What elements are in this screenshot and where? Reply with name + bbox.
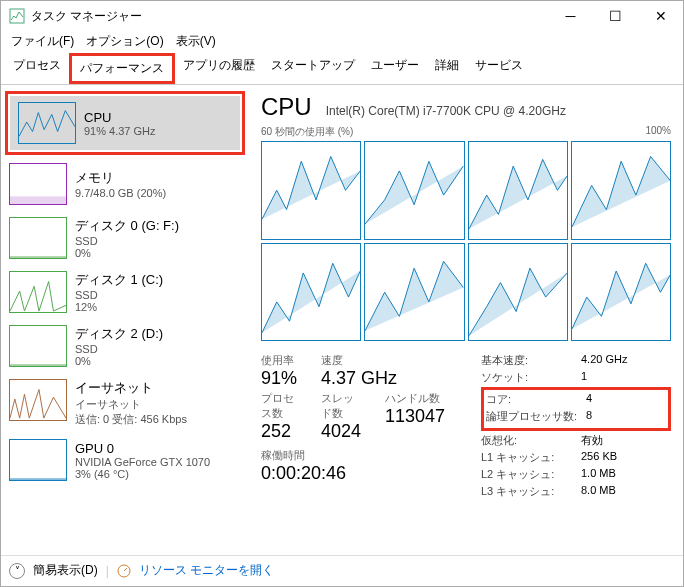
cpu-core-chart (468, 243, 568, 342)
threads-label: スレッド数 (321, 391, 361, 421)
sidebar-item-disk1[interactable]: ディスク 1 (C:) SSD 12% (1, 265, 249, 319)
minimize-button[interactable]: ─ (548, 1, 593, 31)
tab-details[interactable]: 詳細 (427, 53, 467, 84)
virt-k: 仮想化: (481, 433, 581, 448)
cpu-core-chart (468, 141, 568, 240)
disk2-title: ディスク 2 (D:) (75, 325, 163, 343)
sidebar-item-disk0[interactable]: ディスク 0 (G: F:) SSD 0% (1, 211, 249, 265)
l3-v: 8.0 MB (581, 484, 616, 499)
sidebar-item-disk2[interactable]: ディスク 2 (D:) SSD 0% (1, 319, 249, 373)
cpu-core-chart (261, 243, 361, 342)
usage-value: 91% (261, 368, 297, 389)
base-speed-v: 4.20 GHz (581, 353, 627, 368)
divider: | (106, 564, 109, 578)
l1-v: 256 KB (581, 450, 617, 465)
tab-users[interactable]: ユーザー (363, 53, 427, 84)
speed-value: 4.37 GHz (321, 368, 397, 389)
disk2-thumb (9, 325, 67, 367)
disk1-title: ディスク 1 (C:) (75, 271, 163, 289)
ethernet-title: イーサネット (75, 379, 187, 397)
tab-processes[interactable]: プロセス (5, 53, 69, 84)
gpu-sub2: 3% (46 °C) (75, 468, 210, 480)
stats-area: 使用率 91% 速度 4.37 GHz プロセス数 252 スレッド数 (261, 353, 671, 501)
app-icon (9, 8, 25, 24)
cpu-thumb (18, 102, 76, 144)
detail-title: CPU (261, 93, 312, 121)
disk1-sub2: 12% (75, 301, 163, 313)
sidebar-item-cpu[interactable]: CPU 91% 4.37 GHz (10, 96, 240, 150)
speed-label: 速度 (321, 353, 397, 368)
main-area: CPU 91% 4.37 GHz メモリ 9.7/48.0 GB (20%) デ… (1, 85, 683, 555)
disk0-title: ディスク 0 (G: F:) (75, 217, 179, 235)
sockets-v: 1 (581, 370, 587, 385)
virt-v: 有効 (581, 433, 603, 448)
threads-value: 4024 (321, 421, 361, 442)
cpu-core-chart (571, 141, 671, 240)
chart-label-right: 100% (645, 125, 671, 139)
disk2-sub: SSD (75, 343, 163, 355)
cpu-sub: 91% 4.37 GHz (84, 125, 156, 137)
gpu-thumb (9, 439, 67, 481)
svg-rect-1 (10, 196, 66, 204)
ethernet-sub: イーサネット (75, 397, 187, 412)
disk0-sub: SSD (75, 235, 179, 247)
memory-thumb (9, 163, 67, 205)
memory-title: メモリ (75, 169, 166, 187)
logical-v: 8 (586, 409, 592, 424)
l3-k: L3 キャッシュ: (481, 484, 581, 499)
sidebar: CPU 91% 4.37 GHz メモリ 9.7/48.0 GB (20%) デ… (1, 85, 249, 555)
detail-panel: CPU Intel(R) Core(TM) i7-7700K CPU @ 4.2… (249, 85, 683, 555)
handles-label: ハンドル数 (385, 391, 445, 406)
window-title: タスク マネージャー (31, 8, 548, 25)
uptime-value: 0:00:20:46 (261, 463, 469, 484)
disk2-sub2: 0% (75, 355, 163, 367)
base-speed-k: 基本速度: (481, 353, 581, 368)
resmon-icon (117, 564, 131, 578)
tab-app-history[interactable]: アプリの履歴 (175, 53, 263, 84)
menu-view[interactable]: 表示(V) (170, 31, 222, 52)
stats-left: 使用率 91% 速度 4.37 GHz プロセス数 252 スレッド数 (261, 353, 469, 501)
disk0-sub2: 0% (75, 247, 179, 259)
maximize-button[interactable]: ☐ (593, 1, 638, 31)
ethernet-sub2: 送信: 0 受信: 456 Kbps (75, 412, 187, 427)
disk0-thumb (9, 217, 67, 259)
sidebar-item-gpu[interactable]: GPU 0 NVIDIA GeForce GTX 1070 3% (46 °C) (1, 433, 249, 487)
footer: ˅ 簡易表示(D) | リソース モニターを開く (1, 555, 683, 585)
close-button[interactable]: ✕ (638, 1, 683, 31)
tab-performance[interactable]: パフォーマンス (69, 53, 175, 84)
menu-file[interactable]: ファイル(F) (5, 31, 80, 52)
cpu-core-chart (261, 141, 361, 240)
cpu-core-chart (364, 243, 464, 342)
tab-services[interactable]: サービス (467, 53, 531, 84)
memory-sub: 9.7/48.0 GB (20%) (75, 187, 166, 199)
brief-view-button[interactable]: 簡易表示(D) (33, 562, 98, 579)
ethernet-thumb (9, 379, 67, 421)
disk1-sub: SSD (75, 289, 163, 301)
chart-label-row: 60 秒間の使用率 (%) 100% (261, 125, 671, 139)
svg-line-3 (124, 568, 127, 571)
disk1-thumb (9, 271, 67, 313)
detail-header: CPU Intel(R) Core(TM) i7-7700K CPU @ 4.2… (261, 93, 671, 121)
gpu-title: GPU 0 (75, 441, 210, 456)
processes-label: プロセス数 (261, 391, 297, 421)
l2-k: L2 キャッシュ: (481, 467, 581, 482)
tab-startup[interactable]: スタートアップ (263, 53, 363, 84)
cpu-core-chart (364, 141, 464, 240)
sidebar-item-ethernet[interactable]: イーサネット イーサネット 送信: 0 受信: 456 Kbps (1, 373, 249, 433)
menubar: ファイル(F) オプション(O) 表示(V) (1, 31, 683, 51)
cpu-chart-grid (261, 141, 671, 341)
chart-label-left: 60 秒間の使用率 (%) (261, 125, 353, 139)
stats-right: 基本速度:4.20 GHz ソケット:1 コア:4 論理プロセッサ数:8 仮想化… (481, 353, 671, 501)
logical-k: 論理プロセッサ数: (486, 409, 586, 424)
sidebar-highlight: CPU 91% 4.37 GHz (5, 91, 245, 155)
chevron-icon[interactable]: ˅ (9, 563, 25, 579)
sockets-k: ソケット: (481, 370, 581, 385)
sidebar-item-memory[interactable]: メモリ 9.7/48.0 GB (20%) (1, 157, 249, 211)
cores-v: 4 (586, 392, 592, 407)
menu-options[interactable]: オプション(O) (80, 31, 169, 52)
titlebar: タスク マネージャー ─ ☐ ✕ (1, 1, 683, 31)
tabs: プロセス パフォーマンス アプリの履歴 スタートアップ ユーザー 詳細 サービス (1, 53, 683, 85)
uptime-label: 稼働時間 (261, 448, 469, 463)
cores-highlight: コア:4 論理プロセッサ数:8 (481, 387, 671, 431)
resource-monitor-link[interactable]: リソース モニターを開く (139, 562, 274, 579)
